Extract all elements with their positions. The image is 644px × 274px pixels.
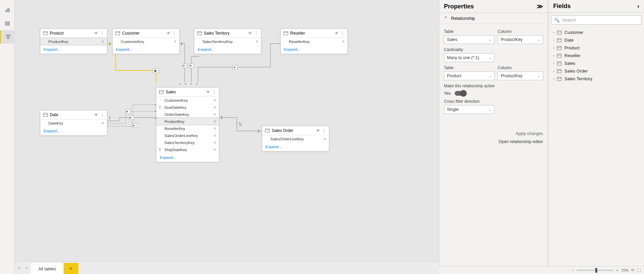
fields-item-salesorder[interactable]: ›Sales Order: [551, 67, 641, 75]
more-icon[interactable]: ⋮: [212, 90, 216, 94]
zoom-slider[interactable]: [577, 270, 614, 271]
tab-next-button[interactable]: ▸: [23, 262, 31, 274]
expand-link[interactable]: Expand ⌄: [284, 47, 300, 51]
expand-link[interactable]: Expand ⌄: [160, 155, 176, 159]
fullscreen-button[interactable]: ⛶: [637, 268, 641, 272]
collapse-properties-icon[interactable]: ≫: [537, 3, 543, 10]
visibility-icon[interactable]: 👁: [335, 31, 339, 36]
expand-link[interactable]: Expand ⌄: [44, 47, 60, 51]
table-header[interactable]: Sales Order 👁⋮: [262, 126, 329, 135]
field-row[interactable]: CustomerKey⤰: [156, 97, 219, 104]
table-card-product[interactable]: Product 👁⋮ ProductKey ⤰ Expand ⌄: [40, 29, 107, 54]
field-row[interactable]: SalesOrderLineKey ⤰: [262, 135, 329, 142]
more-icon[interactable]: ⋮: [322, 128, 326, 133]
field-row[interactable]: CustomerKey ⤰: [113, 38, 179, 45]
field-row[interactable]: OrderDateKey⤰: [156, 111, 219, 118]
hidden-icon[interactable]: ⤰: [213, 133, 216, 138]
svg-rect-57: [557, 38, 561, 42]
field-row[interactable]: ΣDueDateKey⤰: [156, 104, 219, 111]
expand-link[interactable]: Expand ⌄: [266, 145, 281, 149]
table-header[interactable]: Sales Territory 👁⋮: [194, 29, 261, 38]
visibility-icon[interactable]: 👁: [316, 128, 320, 133]
more-icon[interactable]: ⋮: [100, 31, 104, 36]
table-header[interactable]: Reseller 👁⋮: [281, 29, 347, 38]
model-canvas[interactable]: ▶ 1 ▾ 1 ▾ ◂ 1 ▸ ▸ ▸ 1 1 ⇅ * * * * * * *: [15, 0, 439, 261]
visibility-icon[interactable]: 👁: [248, 31, 252, 36]
more-icon[interactable]: ⋮: [173, 31, 177, 36]
table-header[interactable]: Date 👁⋮: [40, 110, 107, 120]
model-view-button[interactable]: [0, 30, 15, 44]
hidden-icon[interactable]: ⤰: [213, 105, 216, 109]
fields-item-customer[interactable]: ›Customer: [551, 29, 641, 36]
fields-search-input[interactable]: 🔍 Search: [551, 15, 641, 25]
report-view-button[interactable]: [0, 3, 15, 17]
table-card-territory[interactable]: Sales Territory 👁⋮ SalesTerritoryKey ⤰ E…: [194, 29, 261, 54]
table1-select[interactable]: Sales⌄: [444, 35, 494, 44]
hidden-icon[interactable]: ⤰: [213, 147, 216, 152]
expand-link[interactable]: Expand ⌄: [116, 47, 132, 51]
expand-link[interactable]: Expand ⌄: [44, 129, 60, 133]
more-icon[interactable]: ⋮: [100, 112, 104, 117]
more-icon[interactable]: ⋮: [341, 31, 345, 36]
table2-select[interactable]: Product⌄: [444, 72, 494, 80]
table-card-salesorder[interactable]: Sales Order 👁⋮ SalesOrderLineKey ⤰ Expan…: [262, 126, 329, 151]
more-icon[interactable]: ⋮: [254, 31, 258, 36]
fields-item-date[interactable]: ›Date: [551, 36, 641, 44]
expand-link[interactable]: Expand ⌄: [198, 47, 214, 51]
column2-select[interactable]: ProductKey⌄: [498, 72, 543, 80]
hidden-icon[interactable]: ⤰: [213, 112, 216, 117]
zoom-in-button[interactable]: +: [616, 268, 618, 272]
table-card-sales[interactable]: Sales 👁⋮ CustomerKey⤰ ΣDueDateKey⤰ Order…: [156, 87, 219, 162]
field-row[interactable]: ResellerKey⤰: [156, 125, 219, 132]
cardinality-select[interactable]: Many to one (*:1)⌄: [444, 53, 494, 62]
svg-rect-16: [182, 64, 187, 68]
svg-text:*: *: [185, 83, 186, 87]
fit-to-page-button[interactable]: ⟳: [631, 268, 634, 272]
hidden-icon[interactable]: ⤰: [213, 140, 216, 145]
apply-changes-link[interactable]: Apply changes: [444, 131, 543, 136]
field-row[interactable]: ResellerKey ⤰: [281, 38, 347, 45]
hidden-icon[interactable]: ⤰: [255, 39, 258, 44]
field-row[interactable]: ProductKey ⤰: [40, 38, 107, 45]
relationship-section-header[interactable]: ⌃ Relationship: [439, 13, 548, 24]
zoom-out-button[interactable]: −: [572, 268, 574, 272]
visibility-icon[interactable]: 👁: [94, 31, 98, 36]
fields-item-sales[interactable]: ›Sales: [551, 59, 641, 67]
collapse-fields-icon[interactable]: ›: [637, 3, 639, 10]
hidden-icon[interactable]: ⤰: [174, 39, 177, 44]
table-card-customer[interactable]: Customer 👁⋮ CustomerKey ⤰ Expand ⌄: [112, 29, 180, 54]
field-row[interactable]: SalesTerritoryKey⤰: [156, 139, 219, 146]
table-card-date[interactable]: Date 👁⋮ DateKey ⤰ Expand ⌄: [40, 110, 107, 136]
sigma-icon: Σ: [159, 105, 161, 109]
data-view-button[interactable]: [0, 17, 15, 30]
column1-select[interactable]: ProductKey⌄: [498, 35, 543, 44]
table-header[interactable]: Sales 👁⋮: [156, 88, 219, 97]
field-row[interactable]: DateKey ⤰: [40, 120, 107, 127]
hidden-icon[interactable]: ⤰: [342, 39, 345, 44]
table-card-reseller[interactable]: Reseller 👁⋮ ResellerKey ⤰ Expand ⌄: [280, 29, 348, 54]
field-row[interactable]: ProductKey⤰: [156, 118, 219, 125]
tab-prev-button[interactable]: ◂: [15, 262, 23, 274]
fields-item-reseller[interactable]: ›Reseller: [551, 52, 641, 59]
visibility-icon[interactable]: 👁: [166, 31, 171, 36]
hidden-icon[interactable]: ⤰: [101, 39, 104, 44]
field-row[interactable]: SalesOrderLineKey⤰: [156, 132, 219, 139]
fields-item-product[interactable]: ›Product: [551, 44, 641, 52]
fields-item-salesterritory[interactable]: ›Sales Territory: [551, 75, 641, 83]
hidden-icon[interactable]: ⤰: [213, 98, 216, 102]
field-row[interactable]: SalesTerritoryKey ⤰: [194, 38, 261, 45]
hidden-icon[interactable]: ⤰: [101, 121, 104, 125]
active-toggle[interactable]: [455, 91, 466, 96]
hidden-icon[interactable]: ⤰: [213, 126, 216, 131]
crossfilter-select[interactable]: Single⌄: [444, 105, 494, 114]
table-header[interactable]: Customer 👁⋮: [113, 29, 179, 38]
hidden-icon[interactable]: ⤰: [213, 119, 216, 124]
tab-all-tables[interactable]: All tables: [31, 263, 64, 274]
table-header[interactable]: Product 👁⋮: [40, 29, 107, 38]
hidden-icon[interactable]: ⤰: [323, 137, 326, 141]
add-tab-button[interactable]: +: [64, 263, 78, 274]
field-row[interactable]: ΣShipDateKey⤰: [156, 146, 219, 153]
open-relationship-editor-link[interactable]: Open relationship editor: [444, 139, 543, 144]
visibility-icon[interactable]: 👁: [206, 90, 210, 94]
visibility-icon[interactable]: 👁: [94, 112, 98, 117]
